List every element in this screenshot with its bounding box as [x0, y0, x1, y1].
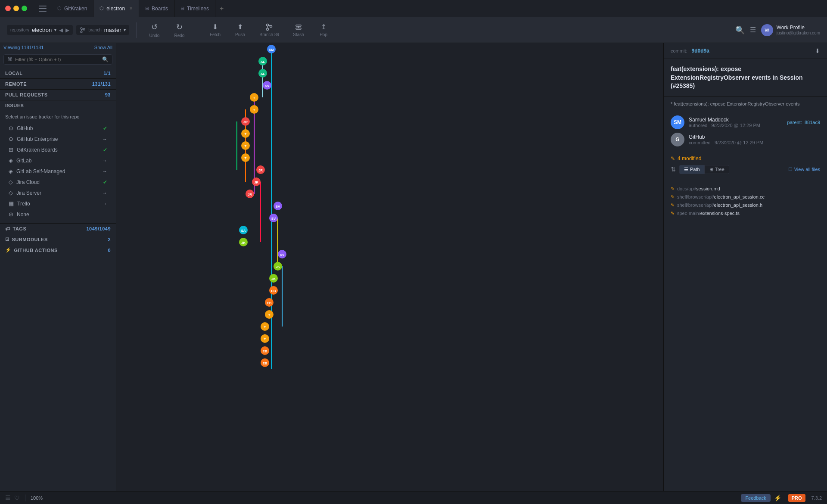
- commit-label: commit:: [671, 48, 687, 53]
- file-icon-3: ✎: [671, 211, 675, 216]
- minimize-button[interactable]: [13, 6, 19, 11]
- svg-point-49: [239, 226, 248, 234]
- tracker-gitkraken-boards[interactable]: ⊞ GitKraken Boards ✔: [5, 144, 111, 155]
- svg-point-65: [261, 322, 269, 331]
- none-icon: ⊘: [9, 211, 13, 218]
- view-all-files-button[interactable]: ☐ View all files: [788, 167, 820, 172]
- fetch-button[interactable]: ⬇ Fetch: [204, 21, 226, 39]
- remote-section-header[interactable]: REMOTE 131/131: [0, 79, 116, 89]
- file-name-2: electron_api_session.h: [714, 202, 763, 208]
- feedback-button[interactable]: Feedback: [741, 494, 770, 502]
- close-button[interactable]: [5, 6, 11, 11]
- tree-view-tab[interactable]: ⊞ Tree: [705, 165, 729, 174]
- filter-mag-icon: 🔍: [102, 56, 109, 62]
- tracker-github-label: GitHub: [17, 125, 33, 131]
- svg-text:JR: JR: [254, 180, 258, 184]
- maximize-button[interactable]: [22, 6, 27, 11]
- undo-label: Undo: [149, 33, 160, 38]
- tracker-gitlab-label: GitLab: [16, 158, 31, 164]
- branch-value: master: [104, 27, 121, 33]
- pr-section-header[interactable]: PULL REQUESTS 93: [0, 90, 116, 100]
- commit-hash: 9d0d9a: [692, 48, 709, 54]
- redo-button[interactable]: ↻ Redo: [168, 21, 190, 40]
- file-item-3[interactable]: ✎ spec-main/extensions-spec.ts: [671, 209, 820, 218]
- graph-inner-wrap[interactable]: SMALALSVTTJRTTTJRJRJRSVSVSAJKSVJKJKEBEBT…: [116, 43, 663, 504]
- tags-label: TAGS: [13, 226, 27, 231]
- issues-section-header[interactable]: ISSUES: [0, 100, 116, 111]
- undo-button[interactable]: ↺ Undo: [143, 21, 165, 40]
- filter-box: ⌘ 🔍: [3, 54, 112, 65]
- svg-point-41: [252, 177, 261, 186]
- lightning-icon: ⚡: [774, 495, 781, 501]
- rp-header: commit: 9d0d9a ⬇: [664, 43, 827, 59]
- tracker-gitlab-self[interactable]: ◈ GitLab Self-Managed →: [5, 166, 111, 177]
- tab-gitkraken[interactable]: ⬡ GitKraken: [51, 0, 93, 17]
- svg-text:JR: JR: [248, 193, 252, 196]
- tracker-trello[interactable]: ▦ Trello →: [5, 198, 111, 209]
- list-icon[interactable]: ☰: [5, 495, 11, 501]
- svg-point-53: [278, 250, 286, 258]
- tracker-github[interactable]: ⊙ GitHub ✔: [5, 123, 111, 134]
- heart-icon[interactable]: ♡: [14, 495, 20, 501]
- file-item-2[interactable]: ✎ shell/browser/api/electron_api_session…: [671, 201, 820, 209]
- github-actions-section-header[interactable]: ⚡ GITHUB ACTIONS 0: [0, 245, 116, 255]
- tag-icon: 🏷: [5, 226, 10, 231]
- gkboards-icon: ⊞: [9, 146, 13, 153]
- menu-button[interactable]: ☰: [750, 26, 756, 34]
- profile-area[interactable]: W Work Profile justino@gitkraken.com: [761, 24, 820, 36]
- svg-text:SM: SM: [269, 48, 274, 52]
- filter-search-icon: ⌘: [7, 56, 12, 62]
- tab-close-electron[interactable]: ✕: [129, 6, 133, 11]
- issue-tracker-label: Select an issue tracker for this repo: [5, 114, 111, 119]
- parent-label: parent:: [787, 120, 802, 125]
- svg-text:JK: JK: [276, 265, 280, 269]
- local-section-header[interactable]: LOCAL 1/1: [0, 68, 116, 78]
- tab-electron[interactable]: ⬡ electron ✕: [93, 0, 139, 17]
- push-button[interactable]: ⬆ Push: [229, 21, 251, 39]
- svg-point-69: [261, 346, 269, 355]
- tracker-jira-cloud[interactable]: ◇ Jira Cloud ✔: [5, 177, 111, 187]
- file-item-1[interactable]: ✎ shell/browser/api/electron_api_session…: [671, 193, 820, 201]
- tab-timelines[interactable]: ⊟ Timelines: [174, 0, 215, 17]
- file-item-0[interactable]: ✎ docs/api/session.md: [671, 185, 820, 193]
- tracker-jira-server[interactable]: ◇ Jira Server →: [5, 187, 111, 198]
- tags-section-header[interactable]: 🏷 TAGS 1049/1049: [0, 224, 116, 234]
- tracker-none[interactable]: ⊘ None: [5, 209, 111, 220]
- pop-button[interactable]: ↥ Pop: [313, 21, 334, 39]
- author-date: 9/23/2020 @ 12:29 PM: [712, 123, 760, 128]
- path-view-label: Path: [690, 167, 700, 172]
- repo-nav-fwd-icon[interactable]: ▶: [65, 27, 69, 33]
- show-all-button[interactable]: Show All: [94, 45, 112, 50]
- branch89-button[interactable]: Branch 89: [254, 22, 284, 39]
- repo-selector[interactable]: repository electron ▾ ◀ ▶: [7, 25, 73, 35]
- tab-boards[interactable]: ⊞ Boards: [139, 0, 174, 17]
- search-button[interactable]: 🔍: [735, 25, 745, 35]
- github-actions-count: 0: [108, 248, 111, 253]
- add-tab-button[interactable]: +: [215, 5, 228, 12]
- svg-text:AL: AL: [261, 72, 265, 76]
- issues-label: ISSUES: [5, 103, 24, 108]
- fetch-icon: ⬇: [212, 23, 218, 31]
- remote-label: REMOTE: [5, 81, 27, 87]
- issue-tracker-section: Select an issue tracker for this repo ⊙ …: [0, 111, 116, 223]
- download-patch-button[interactable]: ⬇: [815, 47, 820, 54]
- sidebar-icon[interactable]: [34, 6, 51, 12]
- svg-point-33: [241, 129, 250, 138]
- filter-input[interactable]: [15, 57, 99, 62]
- view-tabs: ☰ Path ⊞ Tree: [679, 165, 729, 174]
- sort-button[interactable]: ⇅: [671, 166, 676, 173]
- file-path-0: docs/api/session.md: [677, 186, 720, 191]
- tracker-jira-server-label: Jira Server: [16, 190, 41, 196]
- tracker-gitlab[interactable]: ◈ GitLab →: [5, 155, 111, 166]
- svg-point-47: [269, 214, 278, 222]
- submodules-section-header[interactable]: ⊡ SUBMODULES 2: [0, 234, 116, 245]
- branch-selector[interactable]: branch master ▾: [76, 25, 129, 35]
- tracker-github-enterprise[interactable]: ⊙ GitHub Enterprise →: [5, 134, 111, 144]
- version-label: 7.3.2: [811, 495, 822, 501]
- repo-nav-back-icon[interactable]: ◀: [59, 27, 63, 33]
- github-check-icon: ✔: [103, 125, 107, 131]
- file-list: ✎ docs/api/session.md ✎ shell/browser/ap…: [664, 182, 827, 220]
- stash-button[interactable]: Stash: [288, 22, 309, 39]
- path-view-tab[interactable]: ☰ Path: [679, 165, 705, 174]
- file-dir-0: docs/api/: [677, 186, 696, 191]
